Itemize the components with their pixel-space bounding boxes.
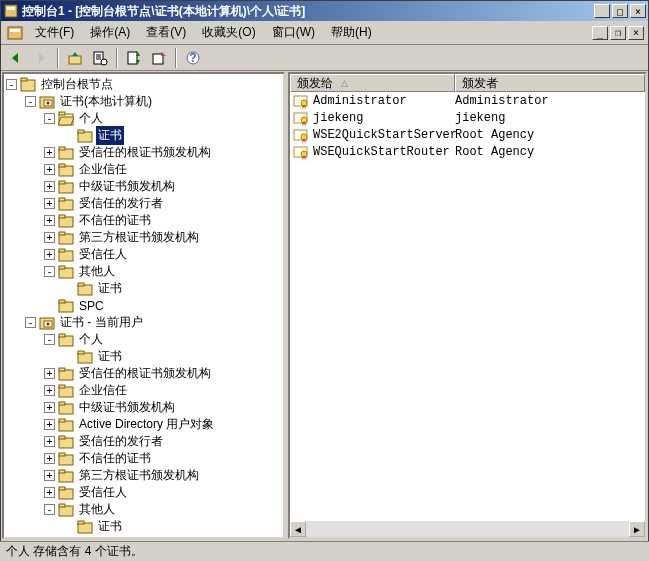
minimize-button[interactable]: _ <box>594 4 610 18</box>
folder-icon <box>58 247 74 263</box>
collapse-icon[interactable]: - <box>44 504 55 515</box>
content-area: - 控制台根节点 - 证书(本地计算机) - <box>2 72 647 539</box>
tree-user-other-certs[interactable]: 证书 <box>63 518 281 535</box>
column-issued-by[interactable]: 颁发者 <box>455 74 645 92</box>
tree-user-trusted-root[interactable]: +受信任的根证书颁发机构 <box>44 365 281 382</box>
svg-rect-61 <box>59 453 65 456</box>
tree-user-intermediate[interactable]: +中级证书颁发机构 <box>44 399 281 416</box>
menu-favorites[interactable]: 收藏夹(O) <box>194 22 263 43</box>
svg-rect-22 <box>78 130 84 133</box>
tree-trusted-publishers[interactable]: +受信任的发行者 <box>44 195 281 212</box>
tree-trusted-root[interactable]: +受信任的根证书颁发机构 <box>44 144 281 161</box>
list-item[interactable]: jiekengjiekeng <box>290 109 645 126</box>
export-button[interactable] <box>148 47 170 69</box>
folder-icon <box>58 162 74 178</box>
list-body[interactable]: AdministratorAdministratorjiekengjiekeng… <box>290 92 645 521</box>
cell-issued-by: jiekeng <box>455 111 505 125</box>
menu-window[interactable]: 窗口(W) <box>264 22 323 43</box>
tree-user-other-people[interactable]: -其他人 <box>44 501 281 518</box>
tree-intermediate[interactable]: +中级证书颁发机构 <box>44 178 281 195</box>
tree-user-third-party[interactable]: +第三方根证书颁发机构 <box>44 467 281 484</box>
list-item[interactable]: WSE2QuickStartServerRoot Agency <box>290 126 645 143</box>
tree-user-trusted-people[interactable]: +受信任人 <box>44 484 281 501</box>
expand-icon[interactable]: + <box>44 368 55 379</box>
svg-point-9 <box>101 59 107 65</box>
menu-view[interactable]: 查看(V) <box>138 22 194 43</box>
tree-user-trusted-publishers[interactable]: +受信任的发行者 <box>44 433 281 450</box>
tree-personal[interactable]: - 个人 <box>44 110 281 127</box>
collapse-icon[interactable]: - <box>44 113 55 124</box>
expand-icon[interactable]: + <box>44 419 55 430</box>
collapse-icon[interactable]: - <box>25 317 36 328</box>
scroll-right-button[interactable]: ► <box>629 521 645 537</box>
folder-icon <box>58 468 74 484</box>
expand-icon[interactable]: + <box>44 147 55 158</box>
list-item[interactable]: AdministratorAdministrator <box>290 92 645 109</box>
column-issued-to[interactable]: 颁发给△ <box>290 74 455 92</box>
svg-rect-38 <box>59 266 65 269</box>
back-button[interactable] <box>5 47 27 69</box>
horizontal-scrollbar[interactable]: ◄ ► <box>290 521 645 537</box>
tree-view[interactable]: - 控制台根节点 - 证书(本地计算机) - <box>2 72 285 539</box>
tree-user-untrusted[interactable]: +不信任的证书 <box>44 450 281 467</box>
menu-file[interactable]: 文件(F) <box>27 22 82 43</box>
collapse-icon[interactable]: - <box>25 96 36 107</box>
folder-icon <box>58 451 74 467</box>
spacer <box>63 351 74 362</box>
expand-icon[interactable]: + <box>44 385 55 396</box>
mdi-minimize-button[interactable]: _ <box>592 26 608 40</box>
tree-other-people[interactable]: -其他人 <box>44 263 281 280</box>
spacer <box>44 300 55 311</box>
list-header: 颁发给△ 颁发者 <box>290 74 645 92</box>
svg-rect-26 <box>59 164 65 167</box>
tree-user-personal[interactable]: -个人 <box>44 331 281 348</box>
expand-icon[interactable]: + <box>44 487 55 498</box>
scroll-track[interactable] <box>306 521 629 537</box>
svg-text:?: ? <box>189 51 196 65</box>
close-button[interactable]: × <box>630 4 646 18</box>
tree-cert-user[interactable]: - 证书 - 当前用户 <box>25 314 281 331</box>
tree-other-certs[interactable]: 证书 <box>63 280 281 297</box>
expand-icon[interactable]: + <box>44 215 55 226</box>
list-item[interactable]: WSEQuickStartRouterRoot Agency <box>290 143 645 160</box>
up-button[interactable] <box>64 47 86 69</box>
expand-icon[interactable]: + <box>44 436 55 447</box>
maximize-button[interactable]: □ <box>612 4 628 18</box>
tree-user-ad[interactable]: +Active Directory 用户对象 <box>44 416 281 433</box>
expand-icon[interactable]: + <box>44 232 55 243</box>
tree-trusted-people[interactable]: +受信任人 <box>44 246 281 263</box>
tree-user-enterprise-trust[interactable]: +企业信任 <box>44 382 281 399</box>
refresh-button[interactable] <box>123 47 145 69</box>
mdi-restore-button[interactable]: ❐ <box>610 26 626 40</box>
tree-root[interactable]: - 控制台根节点 <box>6 76 281 93</box>
tree-third-party[interactable]: +第三方根证书颁发机构 <box>44 229 281 246</box>
svg-rect-34 <box>59 232 65 235</box>
scroll-left-button[interactable]: ◄ <box>290 521 306 537</box>
svg-rect-47 <box>59 334 65 337</box>
expand-icon[interactable]: + <box>44 198 55 209</box>
collapse-icon[interactable]: - <box>6 79 17 90</box>
tree-enterprise-trust[interactable]: +企业信任 <box>44 161 281 178</box>
help-button[interactable]: ? <box>182 47 204 69</box>
expand-icon[interactable]: + <box>44 249 55 260</box>
tree-untrusted[interactable]: +不信任的证书 <box>44 212 281 229</box>
menu-action[interactable]: 操作(A) <box>82 22 138 43</box>
properties-button[interactable] <box>89 47 111 69</box>
tree-cert-local[interactable]: - 证书(本地计算机) <box>25 93 281 110</box>
expand-icon[interactable]: + <box>44 470 55 481</box>
expand-icon[interactable]: + <box>44 453 55 464</box>
tree-spc[interactable]: SPC <box>44 297 281 314</box>
menu-help[interactable]: 帮助(H) <box>323 22 380 43</box>
expand-icon[interactable]: + <box>44 402 55 413</box>
tree-user-enroll-req[interactable]: 证书注册申请 <box>44 535 281 539</box>
svg-rect-59 <box>59 436 65 439</box>
tree-user-personal-certs[interactable]: 证书 <box>63 348 281 365</box>
expand-icon[interactable]: + <box>44 181 55 192</box>
collapse-icon[interactable]: - <box>44 266 55 277</box>
tree-certs-selected[interactable]: 证书 <box>63 127 281 144</box>
expand-icon[interactable]: + <box>44 164 55 175</box>
forward-button[interactable] <box>30 47 52 69</box>
collapse-icon[interactable]: - <box>44 334 55 345</box>
cert-store-icon <box>39 315 55 331</box>
mdi-close-button[interactable]: × <box>628 26 644 40</box>
